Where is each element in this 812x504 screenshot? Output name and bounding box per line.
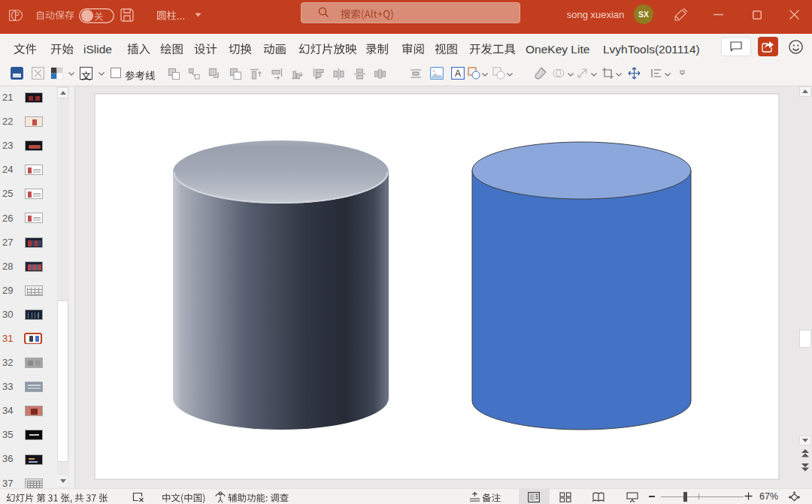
svg-text:A: A — [455, 68, 461, 79]
svg-text:P: P — [14, 11, 20, 20]
